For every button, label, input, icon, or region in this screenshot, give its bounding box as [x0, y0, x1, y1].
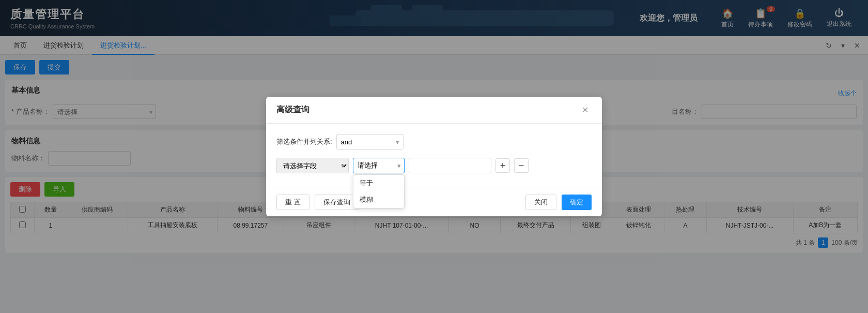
operator-dropdown: 等于 模糊: [353, 174, 405, 208]
condition-value-input[interactable]: [409, 158, 491, 173]
advanced-query-modal: 高级查询 ✕ 筛选条件并列关系: and or 请选择字段: [266, 97, 602, 216]
modal-footer: 重 置 保存查询 关闭 确定: [266, 188, 602, 216]
filter-relation-select[interactable]: and or: [336, 134, 404, 150]
op-chevron-icon: ▾: [397, 162, 401, 170]
field-select-wrapper: 请选择字段: [276, 158, 349, 173]
operator-wrapper: 请选择 ▾ 等于 模糊: [353, 158, 405, 173]
operator-select-trigger[interactable]: 请选择 ▾: [353, 158, 405, 173]
save-query-button[interactable]: 保存查询: [315, 195, 359, 210]
op-placeholder: 请选择: [358, 161, 378, 170]
field-select[interactable]: 请选择字段: [276, 158, 349, 173]
modal-title: 高级查询: [276, 105, 309, 115]
modal-header: 高级查询 ✕: [266, 97, 602, 124]
confirm-button[interactable]: 确定: [562, 195, 592, 210]
condition-row: 请选择字段 请选择 ▾ 等于 模糊 + −: [276, 158, 592, 173]
close-button[interactable]: 关闭: [525, 195, 556, 210]
op-option-equal[interactable]: 等于: [353, 175, 404, 191]
modal-body: 筛选条件并列关系: and or 请选择字段: [266, 124, 602, 188]
remove-condition-button[interactable]: −: [514, 158, 529, 173]
modal-close-button[interactable]: ✕: [579, 104, 592, 116]
filter-label: 筛选条件并列关系:: [276, 137, 332, 146]
op-option-fuzzy[interactable]: 模糊: [353, 191, 404, 208]
modal-overlay: 高级查询 ✕ 筛选条件并列关系: and or 请选择字段: [0, 0, 868, 313]
add-condition-button[interactable]: +: [495, 158, 510, 173]
filter-select-wrapper: and or: [336, 134, 404, 150]
filter-relation-row: 筛选条件并列关系: and or: [276, 134, 592, 150]
reset-button[interactable]: 重 置: [276, 195, 309, 210]
